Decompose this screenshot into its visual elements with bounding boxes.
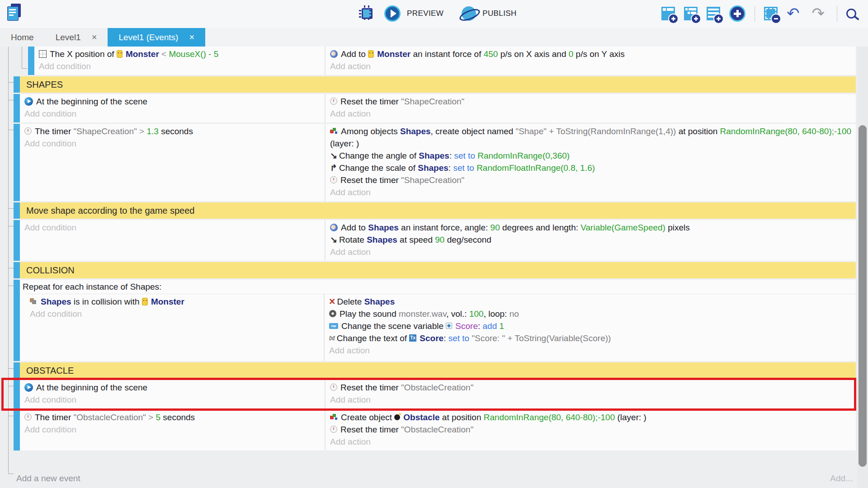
- force-icon: [330, 224, 338, 231]
- add-action-placeholder[interactable]: Add action: [330, 108, 852, 120]
- add-more-button[interactable]: Add...: [830, 474, 853, 483]
- action-line[interactable]: Reset the timer "ShapeCreation": [330, 95, 852, 108]
- search-icon[interactable]: [846, 9, 856, 19]
- condition-line[interactable]: Shapes is in collision with Monster: [30, 296, 320, 308]
- actions-cell: Create object Obstacle at position Rando…: [326, 410, 856, 450]
- text-segment: Delete: [337, 297, 364, 306]
- add-action-placeholder[interactable]: Add action: [330, 60, 852, 72]
- add-event-icon[interactable]: [661, 7, 675, 20]
- text-segment: Shapes: [400, 127, 431, 136]
- event-drag-bar[interactable]: [14, 124, 20, 201]
- publish-globe-icon[interactable]: [462, 6, 476, 21]
- add-condition-placeholder[interactable]: Add condition: [24, 423, 321, 436]
- text-segment: Among objects: [341, 127, 400, 136]
- text-segment: Score: [455, 321, 478, 331]
- text-segment: Change the angle of: [339, 151, 419, 160]
- add-condition-placeholder[interactable]: Add condition: [24, 394, 321, 406]
- add-comment-icon[interactable]: [707, 7, 720, 20]
- event-drag-bar[interactable]: [28, 47, 34, 75]
- group-label[interactable]: SHAPES: [20, 76, 856, 93]
- event-row: The X position of Monster < MouseX() - 5…: [14, 47, 856, 75]
- action-line[interactable]: Reset the timer "ShapeCreation": [330, 174, 852, 186]
- preview-play-icon[interactable]: [384, 5, 401, 22]
- event-drag-bar[interactable]: [14, 410, 20, 450]
- condition-line[interactable]: The X position of Monster < MouseX() - 5: [39, 48, 321, 60]
- debugger-icon[interactable]: [362, 8, 373, 19]
- publish-button[interactable]: PUBLISH: [482, 9, 517, 18]
- action-line[interactable]: ×Delete Shapes: [329, 296, 852, 308]
- action-line[interactable]: Reset the timer "ObstacleCreation": [330, 423, 852, 436]
- group-label[interactable]: Move shape according to the game speed: [20, 202, 856, 219]
- text-segment: Shapes: [418, 163, 448, 173]
- action-line[interactable]: ↘Rotate Shapes at speed 90 deg/second: [330, 234, 852, 246]
- add-subevent-icon[interactable]: [684, 7, 698, 20]
- add-condition-placeholder[interactable]: Add condition: [30, 308, 320, 320]
- event-drag-bar[interactable]: [14, 220, 20, 261]
- repeat-label[interactable]: Repeat for each instance of Shapes:: [20, 280, 856, 294]
- tab-home[interactable]: Home: [0, 28, 45, 47]
- redo-icon[interactable]: ↷: [812, 6, 825, 20]
- text-segment: RandomInRange(80, 640-80);-100: [720, 127, 851, 136]
- text-segment: 1.3: [146, 127, 158, 136]
- group-label[interactable]: OBSTACLE: [20, 362, 856, 379]
- action-line[interactable]: txtChange the text of TxScore: set to "S…: [329, 332, 852, 344]
- add-condition-placeholder[interactable]: Add condition: [24, 221, 321, 234]
- event-drag-bar[interactable]: [14, 280, 20, 361]
- tab-level1[interactable]: Level1×: [45, 28, 108, 47]
- actions-cell: Add to Shapes an instant force, angle: 9…: [326, 220, 856, 261]
- text-segment: 100: [469, 309, 484, 319]
- action-line[interactable]: Among objects Shapes, create object name…: [330, 125, 852, 150]
- vertical-scrollbar: [857, 47, 868, 488]
- tab-label: Level1: [56, 33, 81, 42]
- text-segment: an instant force, angle:: [399, 223, 491, 232]
- action-line[interactable]: Reset the timer "ObstacleCreation": [330, 381, 852, 394]
- event-row: The timer "ObstacleCreation" > 5 seconds…: [14, 410, 856, 450]
- event-drag-bar[interactable]: [14, 76, 20, 93]
- bomb-icon: [394, 414, 400, 420]
- event-drag-bar[interactable]: [14, 362, 20, 379]
- event-row: At the beginning of the sceneAdd conditi…: [14, 94, 856, 122]
- delete-selection-icon[interactable]: [764, 7, 778, 20]
- tab-close-icon[interactable]: ×: [92, 32, 97, 42]
- group-label[interactable]: COLLISION: [20, 262, 856, 278]
- add-action-placeholder[interactable]: Add action: [330, 394, 852, 406]
- add-condition-placeholder[interactable]: Add condition: [39, 60, 321, 72]
- action-line[interactable]: VarChange the scene variable Score: add …: [329, 320, 852, 332]
- scrollbar-thumb[interactable]: [859, 125, 867, 467]
- actions-cell: Among objects Shapes, create object name…: [326, 124, 856, 201]
- group-header-row: COLLISION: [14, 262, 856, 278]
- add-action-placeholder[interactable]: Add action: [330, 436, 852, 448]
- add-action-placeholder[interactable]: Add action: [330, 246, 852, 258]
- event-drag-bar[interactable]: [14, 94, 20, 122]
- add-action-placeholder[interactable]: Add action: [329, 344, 852, 357]
- tab-level1-events-[interactable]: Level1 (Events)×: [108, 28, 205, 47]
- event-drag-bar[interactable]: [14, 380, 20, 408]
- add-condition-placeholder[interactable]: Add condition: [24, 108, 321, 120]
- text-segment: set to: [454, 151, 478, 160]
- condition-line[interactable]: At the beginning of the scene: [24, 381, 321, 394]
- text-segment: At the beginning of the scene: [36, 383, 147, 392]
- text-segment: RandomFloatInRange(0.8, 1.6): [476, 163, 595, 173]
- action-line[interactable]: Play the sound monster.wav, vol.: 100, l…: [329, 308, 852, 320]
- tab-close-icon[interactable]: ×: [189, 32, 194, 42]
- undo-icon[interactable]: ↶: [787, 6, 800, 20]
- tab-label: Home: [11, 33, 34, 42]
- project-manager-icon[interactable]: [7, 4, 22, 21]
- action-line[interactable]: Add to Monster an instant force of 450 p…: [330, 48, 852, 60]
- add-new-event-button[interactable]: Add a new event: [16, 474, 80, 483]
- add-action-placeholder[interactable]: Add action: [330, 186, 852, 198]
- condition-line[interactable]: The timer "ObstacleCreation" > 5 seconds: [24, 411, 321, 423]
- add-condition-placeholder[interactable]: Add condition: [24, 137, 321, 150]
- preview-button[interactable]: PREVIEW: [407, 9, 443, 18]
- conditions-cell: Add condition: [20, 220, 326, 261]
- action-line[interactable]: ↘Change the angle of Shapes: set to Rand…: [330, 150, 852, 162]
- add-special-event-icon[interactable]: [729, 5, 745, 22]
- action-line[interactable]: ↱Change the scale of Shapes: set to Rand…: [330, 162, 852, 174]
- action-line[interactable]: Add to Shapes an instant force, angle: 9…: [330, 221, 852, 234]
- event-drag-bar[interactable]: [14, 202, 20, 219]
- event-drag-bar[interactable]: [14, 262, 20, 278]
- text-segment: p/s on X axis and: [498, 49, 568, 59]
- action-line[interactable]: Create object Obstacle at position Rando…: [330, 411, 852, 423]
- condition-line[interactable]: At the beginning of the scene: [24, 95, 321, 108]
- condition-line[interactable]: The timer "ShapeCreation" > 1.3 seconds: [24, 125, 321, 137]
